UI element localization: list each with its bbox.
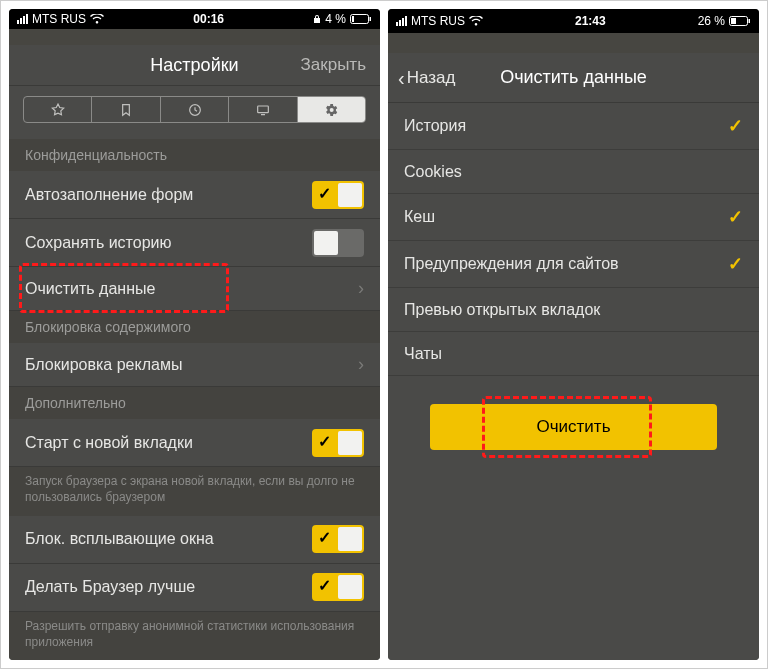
section-content-block: Блокировка содержимого <box>9 311 380 343</box>
row-improve[interactable]: Делать Браузер лучше <box>9 564 380 612</box>
tab-settings[interactable] <box>298 97 365 122</box>
back-label: Назад <box>407 68 456 88</box>
close-button[interactable]: Закрыть <box>301 55 366 75</box>
clear-button-wrap: Очистить <box>388 376 759 478</box>
lock-icon <box>313 14 321 24</box>
phone-left-settings: MTS RUS 00:16 4 % Настройки Закрыть <box>9 9 380 660</box>
row-improve-desc: Разрешить отправку анонимной статистики … <box>9 612 380 660</box>
row-cache[interactable]: Кеш ✓ <box>388 194 759 241</box>
row-adblock[interactable]: Блокировка рекламы › <box>9 343 380 387</box>
svg-rect-4 <box>258 106 269 113</box>
row-save-history-label: Сохранять историю <box>25 234 172 252</box>
svg-rect-6 <box>731 18 736 24</box>
toggle-start-new-tab[interactable] <box>312 429 364 457</box>
chevron-right-icon: › <box>358 354 364 375</box>
section-extra: Дополнительно <box>9 387 380 419</box>
row-block-popups[interactable]: Блок. всплывающие окна <box>9 516 380 564</box>
row-block-popups-label: Блок. всплывающие окна <box>25 530 214 548</box>
wifi-icon <box>469 16 483 26</box>
svg-rect-7 <box>749 19 751 23</box>
row-save-history[interactable]: Сохранять историю <box>9 219 380 267</box>
status-bar: MTS RUS 00:16 4 % <box>9 9 380 29</box>
row-site-warnings-label: Предупреждения для сайтов <box>404 255 619 273</box>
row-history-label: История <box>404 117 466 135</box>
status-bar: MTS RUS 21:43 26 % <box>388 9 759 33</box>
check-icon: ✓ <box>728 206 743 228</box>
row-adblock-label: Блокировка рекламы <box>25 356 182 374</box>
row-history[interactable]: История ✓ <box>388 103 759 150</box>
back-button[interactable]: ‹ Назад <box>398 68 455 88</box>
row-clear-data-label: Очистить данные <box>25 280 155 298</box>
tab-favorites[interactable] <box>24 97 92 122</box>
battery-icon <box>729 16 751 26</box>
row-cache-label: Кеш <box>404 208 435 226</box>
sheet-grabber-area <box>9 29 380 45</box>
row-start-new-tab-label: Старт с новой вкладки <box>25 434 193 452</box>
status-time: 00:16 <box>193 12 224 26</box>
check-icon: ✓ <box>728 115 743 137</box>
signal-icon <box>396 16 407 26</box>
row-site-warnings[interactable]: Предупреждения для сайтов ✓ <box>388 241 759 288</box>
row-cookies-label: Cookies <box>404 163 462 181</box>
toggle-save-history[interactable] <box>312 229 364 257</box>
svg-rect-1 <box>352 16 354 22</box>
section-privacy: Конфиденциальность <box>9 139 380 171</box>
navbar: ‹ Назад Очистить данные <box>388 53 759 103</box>
row-tab-previews[interactable]: Превью открытых вкладок <box>388 288 759 332</box>
nav-title: Настройки <box>150 55 238 76</box>
phone-right-clear-data: MTS RUS 21:43 26 % ‹ Назад Очистить данн… <box>388 9 759 660</box>
toggle-autofill[interactable] <box>312 181 364 209</box>
tab-bookmarks[interactable] <box>92 97 160 122</box>
tab-history[interactable] <box>161 97 229 122</box>
chevron-right-icon: › <box>358 278 364 299</box>
battery-label: 26 % <box>698 14 725 28</box>
row-autofill[interactable]: Автозаполнение форм <box>9 171 380 219</box>
signal-icon <box>17 14 28 24</box>
check-icon: ✓ <box>728 253 743 275</box>
row-cookies[interactable]: Cookies <box>388 150 759 194</box>
clear-data-list: История ✓ Cookies Кеш ✓ Предупреждения д… <box>388 103 759 376</box>
tab-desktop[interactable] <box>229 97 297 122</box>
chevron-left-icon: ‹ <box>398 68 405 88</box>
row-start-new-tab-desc: Запуск браузера с экрана новой вкладки, … <box>9 467 380 515</box>
toggle-block-popups[interactable] <box>312 525 364 553</box>
row-improve-label: Делать Браузер лучше <box>25 578 195 596</box>
row-tab-previews-label: Превью открытых вкладок <box>404 301 600 319</box>
row-clear-data[interactable]: Очистить данные › <box>9 267 380 311</box>
status-time: 21:43 <box>575 14 606 28</box>
carrier-label: MTS RUS <box>411 14 465 28</box>
row-chats[interactable]: Чаты <box>388 332 759 376</box>
battery-icon <box>350 14 372 24</box>
clear-button[interactable]: Очистить <box>430 404 717 450</box>
nav-title: Очистить данные <box>500 67 647 88</box>
navbar: Настройки Закрыть <box>9 45 380 86</box>
svg-rect-2 <box>369 17 371 21</box>
empty-space <box>388 478 759 660</box>
icon-tab-bar <box>23 96 366 123</box>
row-chats-label: Чаты <box>404 345 442 363</box>
wifi-icon <box>90 14 104 24</box>
row-start-new-tab[interactable]: Старт с новой вкладки <box>9 419 380 467</box>
carrier-label: MTS RUS <box>32 12 86 26</box>
toggle-improve[interactable] <box>312 573 364 601</box>
sheet-grabber-area <box>388 33 759 53</box>
battery-label: 4 % <box>325 12 346 26</box>
row-autofill-label: Автозаполнение форм <box>25 186 193 204</box>
